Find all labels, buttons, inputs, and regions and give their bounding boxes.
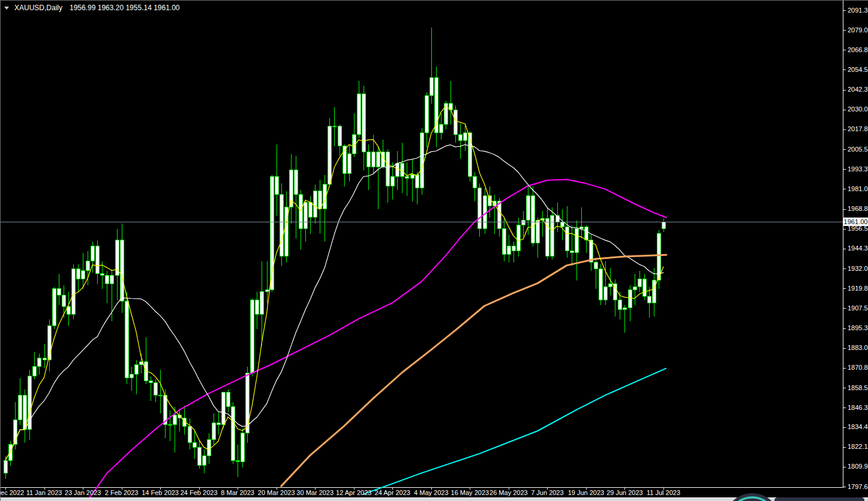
date-tick-label: 12 Apr 2023 (336, 489, 371, 496)
date-tick-label: 7 Jun 2023 (531, 489, 563, 496)
date-tick-label: 24 Feb 2023 (181, 489, 218, 496)
date-tick-label: 2 Feb 2023 (105, 489, 139, 496)
price-tick-label: 1895.30 (848, 324, 868, 332)
date-tick-label: 11 Jul 2023 (647, 489, 680, 496)
price-tick-label: 1870.80 (848, 364, 868, 372)
price-tick-label: 2066.80 (848, 46, 868, 54)
price-tick-label: 1809.90 (848, 463, 868, 470)
price-tick-label: 1822.15 (848, 443, 868, 451)
price-tick-label: 1846.30 (848, 404, 868, 412)
price-tick-label: 2079.05 (848, 26, 868, 34)
price-tick-label: 2005.55 (848, 146, 868, 153)
current-price-label: 1961.00 (843, 218, 868, 226)
price-tick-label: 2091.30 (848, 7, 868, 14)
date-tick-label: 16 May 2023 (451, 489, 489, 496)
chart-window: XAUUSD,Daily 1956.99 1963.20 1955.14 196… (0, 0, 868, 501)
chart-symbol-period: XAUUSD,Daily (14, 4, 62, 12)
price-tick-label: 1932.05 (848, 265, 868, 273)
price-axis[interactable]: 2091.302079.052066.802054.552042.302030.… (1, 1, 868, 487)
date-tick-label: 20 Mar 2023 (258, 489, 295, 496)
broker-logo (711, 487, 868, 501)
date-tick-label: 8 Mar 2023 (221, 489, 254, 496)
date-tick-label: 26 May 2023 (489, 489, 528, 496)
price-tick-label: 1944.30 (848, 245, 868, 252)
price-tick-label: 1956.55 (848, 225, 868, 233)
date-tick-label: 11 Jan 2023 (26, 489, 62, 496)
price-tick-label: 2030.05 (848, 105, 868, 113)
date-tick-label: 4 May 2023 (414, 489, 448, 496)
date-tick-label: 24 Apr 2023 (375, 489, 410, 496)
price-tick-label: 2042.30 (848, 86, 868, 93)
price-tick-label: 1981.05 (848, 185, 868, 193)
date-tick-label: 19 Jun 2023 (568, 489, 605, 496)
chart-title-bar: XAUUSD,Daily 1956.99 1963.20 1955.14 196… (4, 4, 180, 12)
date-tick-label: 23 Jan 2023 (65, 489, 101, 496)
logo-bar (774, 497, 864, 501)
date-tick-label: 30 Mar 2023 (296, 489, 334, 496)
price-tick-label: 1919.80 (848, 285, 868, 292)
chart-ohlc-values: 1956.99 1963.20 1955.14 1961.00 (70, 4, 180, 12)
date-tick-label: 14 Feb 2023 (142, 489, 179, 496)
symbol-dropdown-icon[interactable] (4, 6, 10, 10)
price-tick-label: 1883.05 (848, 344, 868, 352)
date-tick-label: 29 Dec 2022 (0, 489, 24, 496)
price-tick-label: 1834.40 (848, 423, 868, 431)
price-tick-label: 1907.55 (848, 304, 868, 312)
price-tick-label: 1993.30 (848, 165, 868, 173)
price-tick-label: 2054.55 (848, 66, 868, 74)
price-tick-label: 1858.55 (848, 384, 868, 392)
price-tick-label: 1968.80 (848, 205, 868, 213)
date-tick-label: 29 Jun 2023 (606, 489, 643, 496)
price-tick-label: 2017.80 (848, 125, 868, 133)
